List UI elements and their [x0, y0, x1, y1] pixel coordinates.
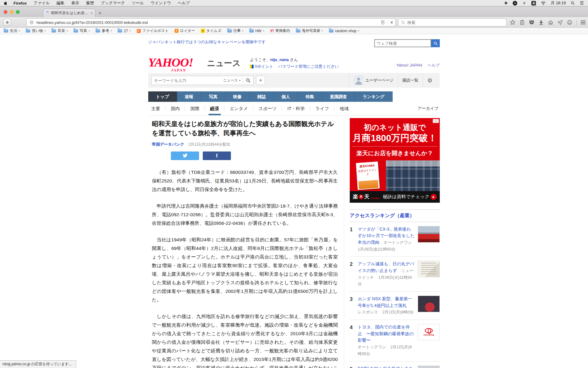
menu-view[interactable]: 表示: [71, 0, 79, 6]
twitter-share-button[interactable]: [171, 151, 199, 160]
window-minimize-button[interactable]: [10, 10, 13, 14]
bookmark-folder-hw[interactable]: HW▾: [249, 29, 264, 33]
subnav-life[interactable]: ライフ: [310, 106, 334, 111]
bookmark-folder-shopping[interactable]: 買い物▾: [26, 28, 46, 33]
bookmark-folder-life[interactable]: 生活▾: [4, 28, 20, 33]
ranking-thumbnail[interactable]: [418, 226, 440, 243]
menu-help[interactable]: ヘルプ: [178, 0, 190, 6]
menu-history[interactable]: 履歴: [86, 0, 94, 6]
ranking-thumbnail[interactable]: [418, 296, 440, 312]
nav-tab-magazine[interactable]: 雑誌: [250, 91, 274, 102]
menu-firefox[interactable]: Firefox: [13, 1, 27, 6]
share-plane-icon[interactable]: [557, 20, 563, 25]
username[interactable]: niju_nana: [270, 57, 289, 62]
bookmark-folder-music[interactable]: 音楽▾: [51, 28, 68, 33]
wifi-icon[interactable]: [541, 1, 546, 6]
subnav-entertainment[interactable]: エンタメ: [224, 106, 253, 111]
home-icon[interactable]: [548, 20, 553, 25]
rakuten-ad-banner[interactable]: i 初のネット通販で 月商1800万円突破！ 楽天にお店を開きませんか？ 楽天I…: [350, 118, 440, 203]
ranking-thumbnail[interactable]: [418, 261, 440, 277]
spotlight-icon[interactable]: [571, 1, 575, 5]
bookmark-reuters[interactable]: ロイター: [175, 28, 195, 33]
nav-tab-survey[interactable]: 意識調査: [322, 91, 355, 102]
ranking-thumbnail[interactable]: TOYOTA: [418, 324, 440, 340]
subnav-it-science[interactable]: IT・科学: [282, 106, 310, 111]
creative-cloud-icon[interactable]: ∞: [513, 1, 517, 6]
menu-file[interactable]: ファイル: [33, 0, 50, 6]
nav-tab-feature[interactable]: 特集: [298, 91, 322, 102]
subscription-list-menu[interactable]: 購読一覧: [398, 73, 423, 88]
web-search-button[interactable]: [431, 39, 440, 47]
help-link[interactable]: ヘルプ: [428, 63, 440, 67]
subnav-economy[interactable]: 経済: [205, 106, 224, 111]
ranking-link[interactable]: ホンダ NSX 新型、量産第一号車が1.4億円以上で落札: [358, 296, 412, 308]
bookmark-folder-randomshop[interactable]: random shop▾: [329, 29, 359, 33]
apple-menu-icon[interactable]: [4, 1, 8, 5]
notification-center-icon[interactable]: ☰: [580, 1, 584, 5]
window-close-button[interactable]: [4, 10, 7, 14]
downloads-icon[interactable]: [538, 20, 544, 25]
nav-tab-photo[interactable]: 写真: [201, 91, 225, 102]
bookmark-times[interactable]: Tタイムズ: [201, 28, 221, 33]
menu-hamburger-icon[interactable]: [581, 21, 586, 24]
menu-window[interactable]: ウインドウ: [151, 0, 171, 6]
tab-close-icon[interactable]: ×: [90, 11, 93, 15]
browser-tab[interactable]: 昭和天皇をはじめ皇族方が... ×: [43, 9, 96, 17]
bookmark-folder-photographers[interactable]: 海外写真家▾: [296, 28, 323, 33]
window-zoom-button[interactable]: [16, 10, 20, 14]
bookmark-transit[interactable]: Y!乗換案内: [270, 28, 290, 33]
nav-tab-top[interactable]: トップ: [148, 91, 177, 102]
bookmark-folder-27[interactable]: 27▾: [118, 29, 130, 33]
ranking-thumbnail[interactable]: [418, 366, 440, 368]
yahoo-japan-link[interactable]: Yahoo! JAPAN: [396, 63, 422, 67]
new-tab-button[interactable]: +: [99, 10, 101, 16]
menu-tools[interactable]: ツール: [132, 0, 144, 6]
pocket-icon[interactable]: [529, 20, 534, 25]
menu-bookmarks[interactable]: ブックマーク: [101, 0, 125, 6]
article-source-link[interactable]: 帝国データバンク: [152, 142, 184, 147]
facebook-share-button[interactable]: f: [203, 151, 231, 160]
browser-search-field[interactable]: [398, 18, 507, 26]
url-bar[interactable]: headlines.yahoo.co.jp/hl?a=20160201-0001…: [26, 18, 396, 26]
web-search-input[interactable]: [374, 39, 431, 47]
browser-search-input[interactable]: [407, 20, 504, 25]
settings-gear-icon[interactable]: ⚙: [423, 73, 437, 88]
news-search-input[interactable]: [154, 78, 223, 83]
nav-tab-ranking[interactable]: ランキング: [355, 91, 393, 102]
subnav-main[interactable]: 主要: [148, 106, 165, 111]
subnav-domestic[interactable]: 国内: [165, 106, 185, 111]
add-search-tab-button[interactable]: +: [256, 76, 265, 85]
stop-loading-icon[interactable]: ×: [390, 20, 393, 25]
points-link[interactable]: 0ポイント: [255, 64, 273, 69]
bookmark-star-icon[interactable]: [510, 20, 515, 25]
bookmark-folder-reference[interactable]: 参考▾: [96, 28, 112, 33]
bookmark-folder-work[interactable]: 仕事▾: [227, 28, 243, 33]
hello-smiley-icon[interactable]: [567, 20, 572, 25]
menubar-clock[interactable]: 月 18:19: [551, 0, 566, 6]
url-text[interactable]: headlines.yahoo.co.jp/hl?a=20160201-0001…: [36, 20, 380, 25]
bookmark-filepost[interactable]: Fファイルポスト: [137, 28, 169, 33]
subnav-world[interactable]: 国際: [185, 106, 205, 111]
reader-mode-icon[interactable]: [380, 20, 385, 25]
user-page-menu[interactable]: ユーザーページ: [349, 73, 398, 88]
search-category-dropdown[interactable]: ニュース▾: [223, 78, 240, 83]
bookmarks-menu-icon[interactable]: [519, 20, 525, 25]
subnav-sports[interactable]: スポーツ: [253, 106, 282, 111]
input-source-icon[interactable]: A: [531, 1, 536, 6]
password-notice-link[interactable]: パスワード管理にご注意ください: [278, 64, 339, 69]
news-search-box[interactable]: ニュース▾: [151, 76, 254, 85]
news-search-button[interactable]: [246, 78, 251, 83]
dropbox-icon[interactable]: ❖: [504, 1, 508, 5]
nav-tab-video[interactable]: 映像: [225, 91, 250, 102]
ad-info-icon[interactable]: i: [433, 119, 439, 123]
nav-tab-flash[interactable]: 速報: [177, 91, 201, 102]
menu-edit[interactable]: 編集: [57, 0, 65, 6]
ranking-link[interactable]: [試乗] 外観も安全装備も大きく進化！三菱 新型「ミラージュ」はライバルに勝つこ…: [358, 366, 415, 368]
campaign-banner-link[interactable]: ジャパンネット銀行では３つのお得なキャンペーンを開催中です: [148, 39, 266, 45]
yahoo-logo[interactable]: YAHOO! JAPAN: [148, 56, 203, 69]
archive-link[interactable]: アーカイブ: [417, 106, 440, 111]
bookmark-folder-photo[interactable]: 写真▾: [74, 28, 90, 33]
ranking-link[interactable]: トヨタ、国内での生産を停止 〜愛知製鋼の爆発事故の影響〜: [358, 324, 414, 343]
signal-icon[interactable]: [522, 1, 526, 5]
back-button[interactable]: [3, 18, 11, 26]
